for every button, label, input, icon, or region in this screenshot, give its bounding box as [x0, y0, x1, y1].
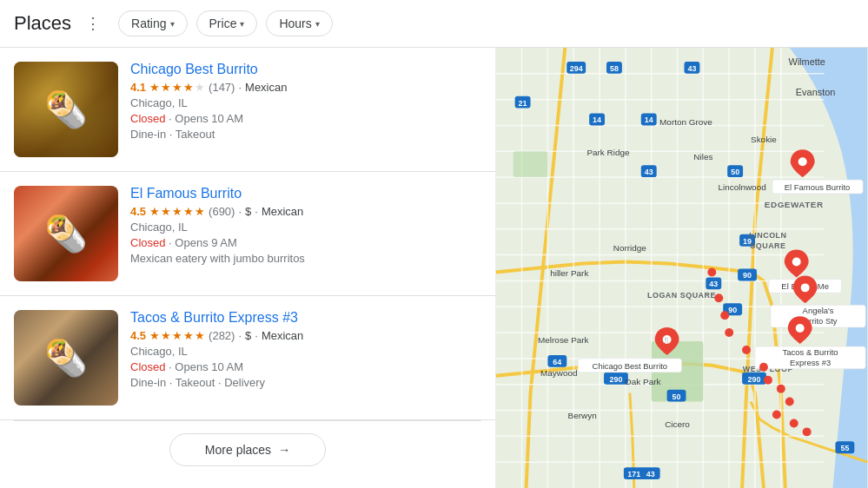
place-rating-row-2: 4.5 ★ ★ ★ ★ ★ (690) · $ · Mexican — [130, 205, 481, 218]
svg-text:Oak Park: Oak Park — [625, 377, 660, 386]
stars-1: ★ ★ ★ ★ ★ — [149, 81, 205, 94]
svg-text:Niles: Niles — [693, 152, 712, 162]
place-thumbnail-1 — [14, 62, 118, 157]
svg-text:Angela's: Angela's — [803, 306, 834, 315]
svg-rect-29 — [514, 151, 548, 177]
svg-point-106 — [714, 293, 723, 302]
svg-text:Evanston: Evanston — [796, 87, 836, 97]
svg-text:Tacos & Burrito: Tacos & Burrito — [783, 347, 838, 357]
svg-text:14: 14 — [645, 115, 653, 124]
svg-point-94 — [792, 258, 801, 267]
svg-text:Maywood: Maywood — [540, 368, 578, 378]
svg-point-107 — [720, 311, 729, 320]
filter-price-label: Price — [209, 16, 237, 30]
stars-3: ★ ★ ★ ★ ★ — [149, 329, 205, 342]
page-title: Places — [14, 12, 71, 35]
filter-hours-label: Hours — [279, 16, 311, 30]
star-5: ★ — [195, 205, 205, 218]
map-svg: 294 21 58 14 43 14 50 19 43 43 90 — [495, 48, 868, 488]
svg-text:LOGAN SQUARE: LOGAN SQUARE — [647, 291, 716, 300]
more-places-section: More places → — [0, 421, 495, 478]
cuisine-1: Mexican — [245, 81, 287, 94]
place-info-2: El Famous Burrito 4.5 ★ ★ ★ ★ ★ (690) · … — [130, 186, 481, 281]
svg-point-113 — [785, 398, 794, 406]
star-4: ★ — [183, 205, 194, 218]
status-open-time-1: · Opens 10 AM — [169, 112, 243, 125]
svg-text:Skokie: Skokie — [751, 135, 777, 144]
place-location-3: Chicago, IL — [130, 345, 481, 358]
svg-text:Berwyn: Berwyn — [568, 411, 597, 420]
place-name-1[interactable]: Chicago Best Burrito — [130, 62, 481, 77]
svg-point-111 — [764, 376, 772, 385]
place-info-1: Chicago Best Burrito 4.1 ★ ★ ★ ★ ★ (147)… — [130, 62, 481, 157]
status-closed-3: Closed — [130, 360, 165, 373]
price-2: $ — [245, 205, 251, 218]
svg-point-105 — [707, 268, 716, 277]
star-2: ★ — [161, 205, 171, 218]
review-count-1: (147) — [209, 81, 235, 94]
svg-text:21: 21 — [519, 99, 527, 108]
map-section[interactable]: 294 21 58 14 43 14 50 19 43 43 90 — [495, 48, 868, 488]
status-open-time-2: · Opens 9 AM — [169, 236, 237, 249]
star-3: ★ — [172, 205, 182, 218]
svg-text:43: 43 — [709, 280, 718, 288]
svg-text:55: 55 — [840, 444, 849, 452]
filter-rating-label: Rating — [131, 16, 166, 30]
review-count-2: (690) — [209, 205, 235, 218]
svg-text:El Famous Burrito: El Famous Burrito — [785, 182, 851, 192]
svg-point-108 — [725, 328, 733, 337]
more-options-icon[interactable]: ⋮ — [85, 14, 101, 33]
place-thumbnail-3 — [14, 310, 118, 406]
rating-number-1: 4.1 — [130, 81, 146, 94]
rating-number-2: 4.5 — [130, 205, 146, 218]
svg-text:43: 43 — [646, 470, 655, 478]
svg-text:171: 171 — [627, 470, 640, 478]
svg-text:hiller Park: hiller Park — [550, 268, 588, 278]
svg-text:EDGEWATER: EDGEWATER — [765, 200, 824, 209]
places-list: Chicago Best Burrito 4.1 ★ ★ ★ ★ ★ (147)… — [0, 48, 495, 488]
svg-text:50: 50 — [673, 392, 681, 401]
svg-point-101 — [796, 324, 805, 333]
star-5: ★ — [195, 81, 205, 94]
star-4: ★ — [183, 329, 194, 342]
place-features-3: Dine-in · Takeout · Delivery — [130, 376, 481, 389]
place-status-3: Closed · Opens 10 AM — [130, 360, 481, 373]
top-bar: Places ⋮ Rating ▾ Price ▾ Hours ▾ — [0, 0, 868, 48]
svg-text:90: 90 — [743, 271, 752, 280]
svg-point-112 — [777, 385, 785, 393]
place-name-2[interactable]: El Famous Burrito — [130, 186, 481, 201]
star-3: ★ — [172, 329, 182, 342]
place-item-2[interactable]: El Famous Burrito 4.5 ★ ★ ★ ★ ★ (690) · … — [0, 172, 495, 296]
place-status-1: Closed · Opens 10 AM — [130, 112, 481, 125]
svg-text:Express #3: Express #3 — [790, 358, 831, 367]
chevron-down-icon: ▾ — [315, 19, 320, 29]
status-closed-2: Closed — [130, 236, 165, 249]
place-features-1: Dine-in · Takeout — [130, 128, 481, 141]
place-name-3[interactable]: Tacos & Burrito Express #3 — [130, 310, 481, 326]
more-places-label: More places — [205, 443, 271, 457]
star-1: ★ — [149, 329, 160, 342]
chevron-down-icon: ▾ — [170, 19, 175, 29]
svg-text:64: 64 — [553, 358, 561, 366]
place-item-1[interactable]: Chicago Best Burrito 4.1 ★ ★ ★ ★ ★ (147)… — [0, 48, 495, 172]
filter-price-button[interactable]: Price ▾ — [196, 10, 258, 36]
svg-text:Morton Grove: Morton Grove — [659, 117, 712, 127]
star-2: ★ — [161, 329, 171, 342]
svg-text:🍴: 🍴 — [663, 336, 671, 344]
place-item-3[interactable]: Tacos & Burrito Express #3 4.5 ★ ★ ★ ★ ★… — [0, 296, 495, 420]
place-rating-row-3: 4.5 ★ ★ ★ ★ ★ (282) · $ · Mexican — [130, 329, 481, 342]
filter-rating-button[interactable]: Rating ▾ — [118, 10, 187, 36]
arrow-right-icon: → — [278, 443, 290, 457]
cuisine-2: Mexican — [262, 205, 303, 218]
status-open-time-3: · Opens 10 AM — [169, 360, 243, 373]
star-1: ★ — [149, 205, 160, 218]
svg-text:14: 14 — [593, 115, 601, 124]
svg-text:Lincolnwood: Lincolnwood — [718, 182, 765, 192]
filter-hours-button[interactable]: Hours ▾ — [266, 10, 332, 36]
place-rating-row-1: 4.1 ★ ★ ★ ★ ★ (147) · Mexican — [130, 81, 481, 94]
status-closed-1: Closed — [130, 112, 165, 125]
svg-text:43: 43 — [687, 64, 696, 73]
svg-text:294: 294 — [570, 64, 583, 73]
svg-point-114 — [772, 411, 781, 419]
more-places-button[interactable]: More places → — [169, 433, 326, 466]
